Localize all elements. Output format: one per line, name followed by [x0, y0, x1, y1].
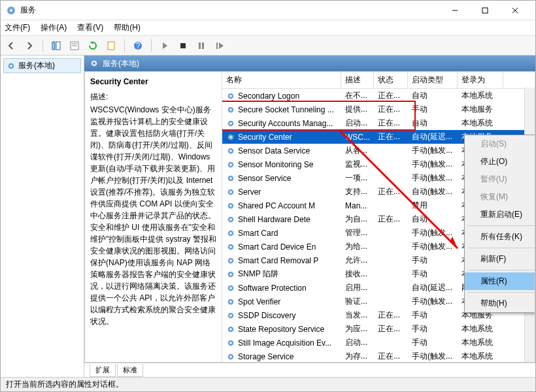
service-name: Security Center [238, 133, 292, 142]
service-state: 正在... [374, 213, 408, 225]
menu-view[interactable]: 查看(V) [77, 22, 103, 33]
col-start[interactable]: 启动类型 [408, 72, 458, 88]
service-row[interactable]: Storage Service为存...正在...手动(触发...本地系统 [222, 350, 535, 362]
svg-point-45 [229, 246, 232, 248]
service-name: Shared PC Account M [238, 201, 315, 210]
menu-help[interactable]: 帮助(H) [114, 22, 141, 33]
context-item[interactable]: 帮助(H) [465, 295, 535, 312]
app-icon [6, 5, 16, 16]
service-desc: 一项... [341, 172, 374, 184]
context-item[interactable]: 停止(O) [465, 153, 535, 171]
service-start: 手动(触发... [408, 158, 458, 171]
svg-rect-6 [52, 42, 55, 50]
svg-rect-14 [180, 43, 186, 48]
service-start: 手动(触发... [408, 172, 458, 184]
context-item[interactable]: 所有任务(K)▸ [465, 228, 535, 246]
service-start: 手动 [408, 323, 458, 335]
restart-button[interactable] [212, 38, 227, 54]
svg-rect-7 [56, 42, 60, 50]
services-window: 服务 文件(F) 操作(A) 查看(V) 帮助(H) ? 服务(本地) [0, 0, 536, 392]
context-item[interactable]: 属性(R) [465, 272, 535, 290]
context-separator [467, 270, 535, 270]
service-row[interactable]: Still Image Acquisition Ev...启动...手动本地系统 [222, 336, 535, 350]
context-separator [467, 292, 535, 293]
gear-icon [226, 325, 235, 334]
context-menu[interactable]: 启动(S)停止(O)暂停(U)恢复(M)重新启动(E)所有任务(K)▸刷新(F)… [464, 135, 535, 313]
service-state [374, 287, 408, 289]
service-name: State Repository Service [238, 325, 324, 334]
service-logon: 本地服务 [458, 103, 503, 116]
refresh-button[interactable] [85, 38, 101, 54]
col-state[interactable]: 状态 [374, 72, 408, 88]
col-desc[interactable]: 描述 [341, 72, 374, 88]
service-row[interactable]: State Repository Service为应...正在...手动本地系统 [222, 322, 535, 336]
menubar: 文件(F) 操作(A) 查看(V) 帮助(H) [1, 20, 535, 36]
content-header: 服务(本地) [84, 56, 535, 71]
service-desc: 为存... [341, 350, 374, 362]
svg-rect-15 [199, 42, 201, 49]
context-item[interactable]: 刷新(F) [465, 250, 535, 268]
svg-point-31 [229, 150, 232, 152]
svg-point-39 [229, 204, 232, 207]
gear-icon [226, 229, 235, 238]
service-name: Secondary Logon [238, 91, 299, 101]
service-start: 手动(触发... [408, 240, 458, 253]
svg-point-51 [229, 287, 232, 289]
export-button[interactable] [103, 38, 119, 54]
gear-icon [226, 284, 235, 293]
back-button[interactable] [3, 38, 19, 54]
service-state: 正在... [374, 323, 408, 335]
service-start: 自动(延迟... [408, 282, 458, 294]
close-button[interactable] [500, 1, 530, 20]
stop-button[interactable] [175, 38, 191, 54]
svg-point-19 [10, 65, 12, 67]
service-state: 正在... [374, 103, 408, 116]
service-state [374, 233, 408, 234]
service-desc: 管理... [341, 227, 374, 239]
service-name: Software Protection [238, 284, 307, 293]
window-title: 服务 [20, 5, 36, 16]
gear-icon [226, 311, 235, 320]
svg-rect-3 [482, 8, 488, 13]
service-row[interactable]: Secondary Logon在不...正在...自动本地系统 [222, 89, 535, 103]
context-item[interactable]: 重新启动(E) [465, 206, 535, 223]
service-row[interactable]: Secure Socket Tunneling ...提供...正在...手动本… [222, 103, 535, 116]
service-row[interactable]: Security Accounts Manag...启动...正在...自动本地… [222, 116, 535, 130]
gear-icon [226, 352, 235, 361]
nav-label: 服务(本地) [18, 60, 55, 71]
nav-item-services-local[interactable]: 服务(本地) [3, 58, 81, 73]
help-button[interactable]: ? [130, 38, 146, 54]
service-state [374, 164, 408, 165]
gear-icon [226, 270, 235, 279]
show-hide-tree-button[interactable] [48, 38, 64, 54]
service-state [374, 150, 408, 152]
service-name: SSDP Discovery [238, 311, 295, 320]
context-separator [467, 225, 535, 226]
service-desc: 启动... [341, 336, 374, 349]
svg-point-23 [229, 95, 232, 97]
svg-point-41 [229, 218, 232, 221]
tab-extended[interactable]: 扩展 [90, 364, 116, 377]
forward-button[interactable] [22, 38, 37, 54]
service-logon: 本地系统 [458, 336, 503, 349]
tab-standard[interactable]: 标准 [117, 364, 143, 377]
service-name: Sensor Data Service [238, 146, 310, 155]
play-button[interactable] [157, 38, 173, 54]
description-text: WSCSVC(Windows 安全中心)服务监视并报告计算机上的安全健康设置。健… [90, 104, 216, 327]
maximize-button[interactable] [470, 1, 500, 20]
pause-button[interactable] [193, 38, 209, 54]
gear-icon [226, 133, 235, 142]
menu-action[interactable]: 操作(A) [41, 22, 67, 33]
gear-icon [226, 188, 235, 197]
service-name: Smart Card [238, 229, 278, 238]
service-name: Security Accounts Manag... [238, 119, 333, 128]
svg-point-29 [229, 136, 232, 139]
col-name[interactable]: 名称 [222, 72, 341, 88]
gear-icon [226, 91, 235, 101]
col-logon[interactable]: 登录为 [458, 72, 503, 88]
menu-file[interactable]: 文件(F) [5, 22, 30, 33]
minimize-button[interactable] [440, 1, 470, 20]
svg-rect-16 [202, 42, 204, 49]
properties-toolbar-button[interactable] [67, 38, 82, 54]
service-start: 自动(延迟... [408, 131, 458, 143]
